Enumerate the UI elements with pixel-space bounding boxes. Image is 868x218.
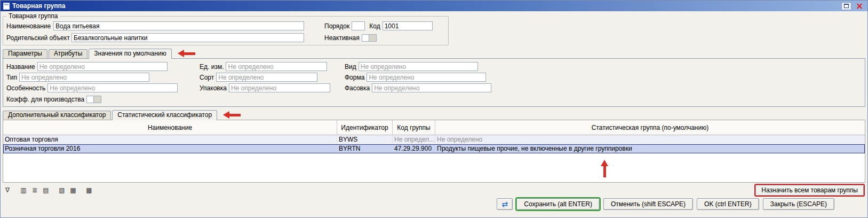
- production-coeff-field: Коэфф. для производства: [6, 95, 862, 104]
- name-input[interactable]: [53, 21, 304, 30]
- cell-identifier: BYRTN: [337, 144, 393, 153]
- default-type-field: Тип: [6, 73, 200, 82]
- numbered-list-icon[interactable]: ≣: [30, 186, 39, 195]
- default-values-panel: Название Ед. изм. Вид Тип Сорт: [3, 58, 865, 107]
- order-label: Порядок: [324, 22, 349, 30]
- refresh-icon: ⇄: [501, 200, 508, 208]
- default-kind-label: Вид: [345, 63, 356, 71]
- statistical-classifier-table: Наименование Идентификатор Код группы Ст…: [3, 120, 865, 183]
- cell-group-code: 47.29.29.900: [393, 144, 435, 153]
- default-kind-input[interactable]: [359, 62, 478, 71]
- footer-buttons: ⇄ Сохранить (alt ENTER) Отменить (shift …: [3, 196, 865, 217]
- restore-icon: [844, 4, 849, 8]
- default-form-field: Форма: [345, 73, 862, 82]
- checkbox-box: [362, 34, 369, 42]
- cell-group-code: Не определ...: [393, 135, 435, 144]
- tab-default-values[interactable]: Значения по умолчанию: [89, 49, 171, 59]
- arrow-head: [178, 50, 184, 57]
- default-form-label: Форма: [345, 74, 364, 81]
- general-groupbox: Товарная группа Наименование Порядок Код…: [3, 16, 449, 45]
- default-fasovka-label: Фасовка: [345, 84, 370, 92]
- product-group-dialog: Товарная группа × Товарная группа Наимен…: [0, 0, 868, 218]
- default-type-label: Тип: [6, 74, 17, 81]
- table-toolbar: ∇ ▥ ≣ ▤ ▧ ▦ ▩ Назначить всем товарам гру…: [3, 185, 865, 196]
- annotation-arrow-selected-row: [601, 160, 608, 177]
- default-fasovka-field: Фасовка: [345, 83, 862, 92]
- arrow-shaft: [229, 114, 241, 116]
- arrow-head: [601, 160, 608, 166]
- code-label: Код: [369, 22, 380, 30]
- default-packing-input[interactable]: [229, 83, 330, 92]
- table-header-row: Наименование Идентификатор Код группы Ст…: [3, 120, 865, 135]
- cell-name: Розничная торговля 2016: [3, 144, 337, 153]
- arrow-shaft: [603, 166, 606, 177]
- column-header-stat-group[interactable]: Статистическая группа (по-умолчанию): [435, 120, 865, 135]
- table-empty-area: [3, 153, 865, 182]
- default-feature-field: Особенность: [6, 83, 200, 92]
- annotation-arrow-default-values-tab: [178, 50, 195, 57]
- code-input[interactable]: [383, 21, 433, 30]
- default-sort-input[interactable]: [216, 73, 317, 82]
- columns-icon[interactable]: ▥: [19, 186, 28, 195]
- export-icon[interactable]: ▤: [41, 186, 51, 195]
- filter-icon[interactable]: ∇: [3, 186, 12, 195]
- titlebar[interactable]: Товарная группа ×: [1, 1, 867, 11]
- tab-parameters[interactable]: Параметры: [3, 49, 47, 58]
- default-sort-label: Сорт: [200, 74, 214, 81]
- inactive-label: Неактивная: [324, 34, 360, 42]
- default-name-input[interactable]: [37, 62, 168, 71]
- default-unit-input[interactable]: [226, 62, 327, 71]
- cell-identifier: BYWS: [337, 135, 393, 144]
- production-coeff-checkbox[interactable]: [86, 96, 101, 103]
- tab-additional-classifier[interactable]: Дополнительный классификатор: [3, 111, 111, 120]
- column-header-group-code[interactable]: Код группы: [393, 120, 435, 135]
- window-title: Товарная группа: [12, 2, 65, 10]
- order-input[interactable]: [352, 21, 365, 30]
- name-label: Наименование: [6, 22, 51, 30]
- print-icon[interactable]: ▧: [57, 186, 67, 195]
- cancel-button[interactable]: Отменить (shift ESCAPE): [603, 198, 693, 210]
- column-header-identifier[interactable]: Идентификатор: [337, 120, 393, 135]
- checkbox-state-box: [94, 96, 101, 103]
- dialog-content: Товарная группа Наименование Порядок Код…: [1, 11, 867, 217]
- default-fasovka-input[interactable]: [372, 83, 491, 92]
- classifier-tabs: Дополнительный классификатор Статистичес…: [3, 110, 865, 120]
- name-row: Наименование Порядок Код: [6, 21, 445, 30]
- groupbox-label: Товарная группа: [6, 12, 60, 20]
- checkbox-state-box: [369, 34, 377, 42]
- parent-object-label: Родительский объект: [6, 34, 69, 42]
- default-name-label: Название: [6, 63, 35, 71]
- excel-icon[interactable]: ▦: [68, 186, 78, 195]
- default-packing-label: Упаковка: [200, 84, 227, 92]
- parent-object-input[interactable]: [71, 33, 304, 42]
- cell-name: Оптовая торговля: [3, 135, 337, 144]
- parent-row: Родительский объект Неактивная: [6, 33, 445, 42]
- table-row-selected[interactable]: Розничная торговля 2016 BYRTN 47.29.29.9…: [3, 144, 865, 153]
- close-button[interactable]: Закрыть (ESCAPE): [763, 198, 834, 210]
- table-settings-icon[interactable]: ▩: [84, 186, 94, 195]
- column-header-name[interactable]: Наименование: [3, 120, 337, 135]
- table-row[interactable]: Оптовая торговля BYWS Не определ... Не о…: [3, 135, 865, 144]
- production-coeff-label: Коэфф. для производства: [6, 96, 84, 103]
- refresh-button[interactable]: ⇄: [497, 198, 513, 210]
- save-button[interactable]: Сохранить (alt ENTER): [516, 198, 600, 210]
- ok-button[interactable]: OK (ctrl ENTER): [697, 198, 759, 210]
- cell-stat-group: Не определено: [435, 135, 865, 144]
- annotation-arrow-statistical-tab: [223, 112, 241, 119]
- tab-statistical-classifier[interactable]: Статистический классификатор: [112, 110, 217, 120]
- default-form-input[interactable]: [367, 73, 486, 82]
- arrow-shaft: [184, 52, 195, 55]
- close-icon[interactable]: ×: [854, 2, 865, 11]
- default-type-input[interactable]: [19, 73, 149, 82]
- inactive-checkbox[interactable]: [362, 34, 377, 42]
- default-packing-field: Упаковка: [200, 83, 345, 92]
- default-sort-field: Сорт: [200, 73, 345, 82]
- tab-attributes[interactable]: Атрибуты: [49, 49, 87, 58]
- main-tabs: Параметры Атрибуты Значения по умолчанию: [3, 49, 865, 58]
- assign-to-all-products-button[interactable]: Назначить всем товарам группы: [755, 185, 864, 196]
- default-unit-field: Ед. изм.: [200, 62, 345, 71]
- window-icon: [3, 3, 10, 10]
- default-values-grid: Название Ед. изм. Вид Тип Сорт: [6, 62, 862, 92]
- default-feature-input[interactable]: [47, 83, 178, 92]
- maximize-restore-button[interactable]: [841, 2, 851, 10]
